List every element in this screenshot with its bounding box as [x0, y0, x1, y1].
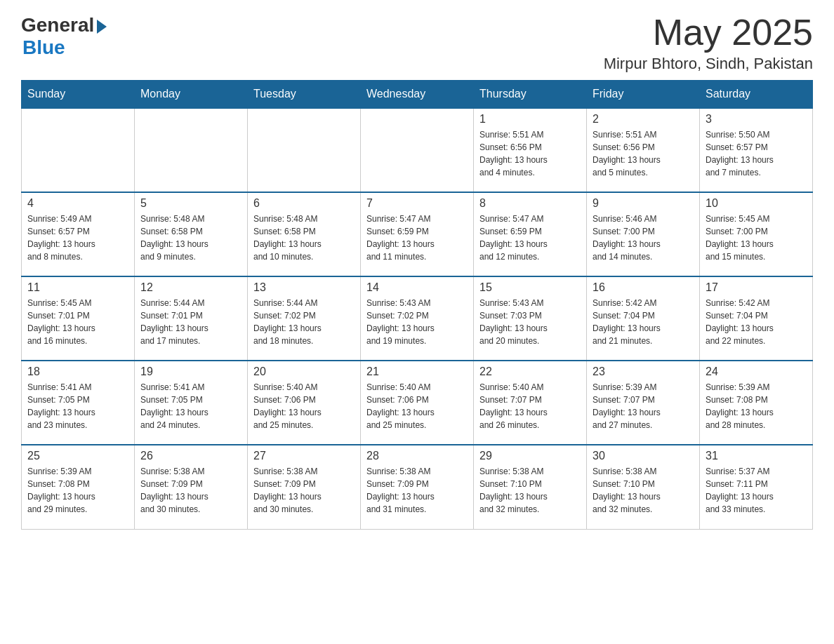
month-year-title: May 2025	[604, 14, 813, 51]
day-info: Sunrise: 5:51 AM Sunset: 6:56 PM Dayligh…	[593, 128, 694, 179]
day-info: Sunrise: 5:39 AM Sunset: 7:08 PM Dayligh…	[706, 381, 807, 431]
calendar-cell: 10Sunrise: 5:45 AM Sunset: 7:00 PM Dayli…	[700, 192, 813, 276]
calendar-cell: 16Sunrise: 5:42 AM Sunset: 7:04 PM Dayli…	[587, 276, 700, 361]
day-info: Sunrise: 5:48 AM Sunset: 6:58 PM Dayligh…	[253, 213, 355, 263]
calendar-cell: 4Sunrise: 5:49 AM Sunset: 6:57 PM Daylig…	[22, 192, 135, 276]
day-number: 4	[27, 197, 128, 210]
day-info: Sunrise: 5:40 AM Sunset: 7:07 PM Dayligh…	[479, 381, 581, 431]
calendar-cell: 11Sunrise: 5:45 AM Sunset: 7:01 PM Dayli…	[22, 276, 135, 361]
calendar-cell: 23Sunrise: 5:39 AM Sunset: 7:07 PM Dayli…	[587, 361, 700, 445]
calendar-header-wednesday: Wednesday	[361, 81, 474, 109]
day-info: Sunrise: 5:44 AM Sunset: 7:01 PM Dayligh…	[140, 297, 241, 347]
day-number: 25	[27, 450, 128, 462]
location-subtitle: Mirpur Bhtoro, Sindh, Pakistan	[604, 55, 813, 73]
day-number: 5	[140, 197, 241, 210]
day-number: 21	[366, 365, 468, 378]
day-info: Sunrise: 5:41 AM Sunset: 7:05 PM Dayligh…	[140, 381, 241, 431]
day-number: 17	[706, 281, 807, 294]
day-info: Sunrise: 5:42 AM Sunset: 7:04 PM Dayligh…	[706, 297, 807, 347]
day-info: Sunrise: 5:39 AM Sunset: 7:08 PM Dayligh…	[27, 465, 128, 516]
calendar-cell: 15Sunrise: 5:43 AM Sunset: 7:03 PM Dayli…	[474, 276, 587, 361]
calendar-cell: 31Sunrise: 5:37 AM Sunset: 7:11 PM Dayli…	[700, 445, 813, 529]
day-number: 18	[27, 365, 128, 378]
day-number: 13	[253, 281, 355, 294]
calendar-table: SundayMondayTuesdayWednesdayThursdayFrid…	[21, 80, 813, 530]
day-info: Sunrise: 5:50 AM Sunset: 6:57 PM Dayligh…	[706, 128, 807, 179]
calendar-header-friday: Friday	[587, 81, 700, 109]
day-number: 3	[706, 113, 807, 126]
calendar-cell: 24Sunrise: 5:39 AM Sunset: 7:08 PM Dayli…	[700, 361, 813, 445]
calendar-header-monday: Monday	[135, 81, 248, 109]
day-info: Sunrise: 5:40 AM Sunset: 7:06 PM Dayligh…	[366, 381, 468, 431]
day-number: 20	[253, 365, 355, 378]
day-info: Sunrise: 5:42 AM Sunset: 7:04 PM Dayligh…	[593, 297, 694, 347]
day-number: 9	[593, 197, 694, 210]
calendar-cell: 22Sunrise: 5:40 AM Sunset: 7:07 PM Dayli…	[474, 361, 587, 445]
calendar-week-row: 4Sunrise: 5:49 AM Sunset: 6:57 PM Daylig…	[22, 192, 813, 276]
day-number: 7	[366, 197, 468, 210]
day-info: Sunrise: 5:47 AM Sunset: 6:59 PM Dayligh…	[479, 213, 581, 263]
day-number: 11	[27, 281, 128, 294]
day-number: 8	[479, 197, 581, 210]
calendar-cell	[135, 108, 248, 192]
day-number: 10	[706, 197, 807, 210]
calendar-header-row: SundayMondayTuesdayWednesdayThursdayFrid…	[22, 81, 813, 109]
day-number: 19	[140, 365, 241, 378]
day-number: 2	[593, 113, 694, 126]
calendar-cell: 7Sunrise: 5:47 AM Sunset: 6:59 PM Daylig…	[361, 192, 474, 276]
day-number: 30	[593, 450, 694, 462]
calendar-cell: 17Sunrise: 5:42 AM Sunset: 7:04 PM Dayli…	[700, 276, 813, 361]
day-info: Sunrise: 5:46 AM Sunset: 7:00 PM Dayligh…	[593, 213, 694, 263]
day-info: Sunrise: 5:38 AM Sunset: 7:09 PM Dayligh…	[366, 465, 468, 516]
day-info: Sunrise: 5:47 AM Sunset: 6:59 PM Dayligh…	[366, 213, 468, 263]
day-info: Sunrise: 5:48 AM Sunset: 6:58 PM Dayligh…	[140, 213, 241, 263]
calendar-cell: 14Sunrise: 5:43 AM Sunset: 7:02 PM Dayli…	[361, 276, 474, 361]
day-number: 1	[479, 113, 581, 126]
day-number: 15	[479, 281, 581, 294]
logo-arrow-icon	[97, 20, 107, 34]
calendar-cell: 6Sunrise: 5:48 AM Sunset: 6:58 PM Daylig…	[248, 192, 361, 276]
day-number: 28	[366, 450, 468, 462]
day-number: 22	[479, 365, 581, 378]
day-info: Sunrise: 5:38 AM Sunset: 7:09 PM Dayligh…	[140, 465, 241, 516]
day-info: Sunrise: 5:38 AM Sunset: 7:10 PM Dayligh…	[479, 465, 581, 516]
calendar-cell: 18Sunrise: 5:41 AM Sunset: 7:05 PM Dayli…	[22, 361, 135, 445]
calendar-cell: 27Sunrise: 5:38 AM Sunset: 7:09 PM Dayli…	[248, 445, 361, 529]
calendar-cell: 3Sunrise: 5:50 AM Sunset: 6:57 PM Daylig…	[700, 108, 813, 192]
calendar-cell: 5Sunrise: 5:48 AM Sunset: 6:58 PM Daylig…	[135, 192, 248, 276]
calendar-header-sunday: Sunday	[22, 81, 135, 109]
day-number: 6	[253, 197, 355, 210]
day-number: 31	[706, 450, 807, 462]
calendar-cell	[361, 108, 474, 192]
day-info: Sunrise: 5:43 AM Sunset: 7:03 PM Dayligh…	[479, 297, 581, 347]
day-info: Sunrise: 5:51 AM Sunset: 6:56 PM Dayligh…	[479, 128, 581, 179]
calendar-header-thursday: Thursday	[474, 81, 587, 109]
day-info: Sunrise: 5:39 AM Sunset: 7:07 PM Dayligh…	[593, 381, 694, 431]
calendar-cell: 8Sunrise: 5:47 AM Sunset: 6:59 PM Daylig…	[474, 192, 587, 276]
day-number: 12	[140, 281, 241, 294]
calendar-cell: 25Sunrise: 5:39 AM Sunset: 7:08 PM Dayli…	[22, 445, 135, 529]
day-number: 14	[366, 281, 468, 294]
calendar-cell: 19Sunrise: 5:41 AM Sunset: 7:05 PM Dayli…	[135, 361, 248, 445]
day-number: 16	[593, 281, 694, 294]
calendar-cell: 20Sunrise: 5:40 AM Sunset: 7:06 PM Dayli…	[248, 361, 361, 445]
calendar-cell	[22, 108, 135, 192]
calendar-cell: 1Sunrise: 5:51 AM Sunset: 6:56 PM Daylig…	[474, 108, 587, 192]
day-info: Sunrise: 5:38 AM Sunset: 7:09 PM Dayligh…	[253, 465, 355, 516]
header: General Blue May 2025 Mirpur Bhtoro, Sin…	[21, 14, 813, 73]
day-number: 24	[706, 365, 807, 378]
calendar-cell: 9Sunrise: 5:46 AM Sunset: 7:00 PM Daylig…	[587, 192, 700, 276]
day-number: 23	[593, 365, 694, 378]
day-info: Sunrise: 5:44 AM Sunset: 7:02 PM Dayligh…	[253, 297, 355, 347]
logo-general-text: General	[21, 14, 94, 36]
calendar-header-saturday: Saturday	[700, 81, 813, 109]
logo-blue-text: Blue	[22, 36, 65, 59]
day-info: Sunrise: 5:45 AM Sunset: 7:00 PM Dayligh…	[706, 213, 807, 263]
calendar-cell: 26Sunrise: 5:38 AM Sunset: 7:09 PM Dayli…	[135, 445, 248, 529]
calendar-cell: 29Sunrise: 5:38 AM Sunset: 7:10 PM Dayli…	[474, 445, 587, 529]
day-info: Sunrise: 5:43 AM Sunset: 7:02 PM Dayligh…	[366, 297, 468, 347]
day-info: Sunrise: 5:37 AM Sunset: 7:11 PM Dayligh…	[706, 465, 807, 516]
day-info: Sunrise: 5:45 AM Sunset: 7:01 PM Dayligh…	[27, 297, 128, 347]
title-block: May 2025 Mirpur Bhtoro, Sindh, Pakistan	[604, 14, 813, 73]
calendar-cell: 12Sunrise: 5:44 AM Sunset: 7:01 PM Dayli…	[135, 276, 248, 361]
